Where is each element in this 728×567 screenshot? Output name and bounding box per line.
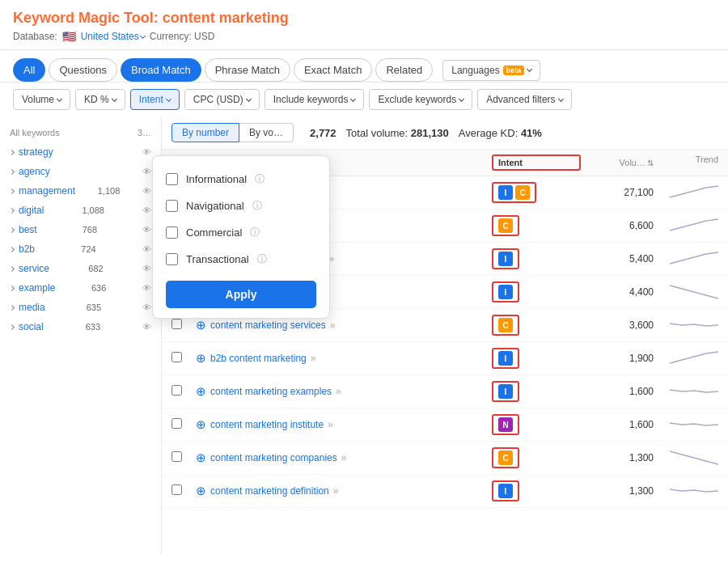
beta-badge: beta bbox=[503, 66, 525, 75]
trend-cell bbox=[654, 415, 718, 434]
view-by-number[interactable]: By number bbox=[171, 123, 239, 142]
keyword-cell[interactable]: ⊕content marketing services» bbox=[196, 318, 492, 332]
intent-cell: N bbox=[492, 414, 519, 435]
keyword-cell[interactable]: ⊕content marketing companies» bbox=[196, 451, 492, 465]
filter-intent[interactable]: Intent bbox=[130, 89, 180, 110]
page-title: Keyword Magic Tool: content marketing bbox=[13, 10, 715, 27]
filter-intent-chevron-icon bbox=[166, 95, 171, 101]
sidebar-item-strategy[interactable]: strategy 👁 bbox=[0, 142, 161, 162]
tab-all[interactable]: All bbox=[13, 58, 45, 82]
intent-option-informational[interactable]: Informational ⓘ bbox=[153, 166, 329, 193]
sidebar-label-media: media bbox=[19, 302, 45, 313]
navigational-checkbox[interactable] bbox=[166, 200, 178, 212]
intent-cell: IC bbox=[492, 182, 536, 203]
country-link[interactable]: United States bbox=[81, 31, 145, 42]
keyword-cell[interactable]: ⊕b2b content marketing» bbox=[196, 351, 492, 366]
row-checkbox[interactable] bbox=[171, 385, 182, 396]
commercial-label: Commercial bbox=[186, 226, 242, 239]
chevrons-icon: » bbox=[336, 386, 341, 397]
tab-phrase-match[interactable]: Phrase Match bbox=[205, 58, 290, 82]
intent-cell: C bbox=[492, 315, 519, 336]
col-intent-header: Intent bbox=[492, 154, 581, 171]
sidebar-item-agency[interactable]: agency 👁 bbox=[0, 162, 161, 181]
apply-button[interactable]: Apply bbox=[166, 281, 316, 308]
sidebar-item-example[interactable]: example 636 👁 bbox=[0, 278, 161, 298]
keyword-cell[interactable]: ⊕content marketing examples» bbox=[196, 384, 492, 399]
sidebar-arrow-icon bbox=[9, 188, 15, 193]
view-by-volume[interactable]: By vo… bbox=[239, 123, 294, 142]
filter-include[interactable]: Include keywords bbox=[265, 89, 365, 110]
filter-cpc[interactable]: CPC (USD) bbox=[184, 89, 260, 110]
tab-exact-match[interactable]: Exact Match bbox=[294, 58, 373, 82]
intent-option-navigational[interactable]: Navigational ⓘ bbox=[153, 193, 329, 219]
keyword-text: content marketing definition bbox=[210, 485, 329, 497]
sidebar-count-b2b: 724 bbox=[81, 244, 95, 254]
eye-icon: 👁 bbox=[142, 225, 151, 235]
intent-badge-c: C bbox=[498, 218, 513, 233]
tab-questions[interactable]: Questions bbox=[49, 58, 117, 82]
commercial-checkbox[interactable] bbox=[166, 226, 178, 239]
keyword-cell[interactable]: ⊕content marketing definition» bbox=[196, 484, 492, 498]
intent-cell: I bbox=[492, 248, 519, 269]
sidebar-count: 3… bbox=[138, 128, 151, 138]
filter-exclude[interactable]: Exclude keywords bbox=[369, 89, 472, 110]
filter-include-chevron-icon bbox=[350, 95, 356, 101]
intent-option-transactional[interactable]: Transactional ⓘ bbox=[153, 246, 329, 273]
informational-checkbox[interactable] bbox=[166, 173, 178, 185]
intent-cell: C bbox=[492, 447, 519, 468]
row-checkbox[interactable] bbox=[171, 484, 182, 495]
row-checkbox[interactable] bbox=[171, 319, 182, 329]
sidebar-arrow-icon bbox=[9, 265, 15, 271]
sidebar-item-management[interactable]: management 1,108 👁 bbox=[0, 181, 161, 201]
total-volume-label: Total volume: 281,130 bbox=[346, 127, 449, 139]
intent-badge-c: C bbox=[515, 185, 530, 200]
intent-badge-c: C bbox=[498, 318, 513, 332]
plus-circle-icon: ⊕ bbox=[196, 451, 206, 465]
sidebar-count-media: 635 bbox=[87, 303, 101, 312]
filter-advanced-label: Advanced filters bbox=[486, 94, 555, 105]
keyword-text: b2b content marketing bbox=[210, 353, 307, 364]
filter-volume[interactable]: Volume bbox=[13, 89, 70, 110]
languages-button[interactable]: Languages beta bbox=[442, 60, 540, 81]
informational-label: Informational bbox=[186, 173, 247, 185]
row-checkbox[interactable] bbox=[171, 352, 182, 362]
eye-icon: 👁 bbox=[142, 147, 151, 157]
volume-cell: 5,400 bbox=[581, 253, 654, 264]
chevrons-icon: » bbox=[333, 485, 339, 497]
col-trend-header: Trend bbox=[654, 154, 718, 171]
filters-row: Volume KD % Intent CPC (USD) Include key… bbox=[0, 83, 728, 116]
sidebar-label-management: management bbox=[19, 185, 75, 197]
sidebar-item-service[interactable]: service 682 👁 bbox=[0, 259, 161, 278]
subtitle-row: Database: 🇺🇸 United States Currency: USD bbox=[13, 30, 715, 43]
filter-intent-label: Intent bbox=[139, 94, 163, 105]
eye-icon: 👁 bbox=[142, 244, 151, 254]
sidebar-count-digital: 1,088 bbox=[82, 205, 104, 215]
volume-cell: 3,600 bbox=[581, 319, 654, 331]
sidebar-item-digital[interactable]: digital 1,088 👁 bbox=[0, 201, 161, 220]
intent-badge-i: I bbox=[498, 285, 513, 299]
plus-circle-icon: ⊕ bbox=[196, 484, 206, 498]
filter-advanced[interactable]: Advanced filters bbox=[477, 89, 571, 110]
chevrons-icon: » bbox=[330, 319, 336, 331]
sidebar-label-agency: agency bbox=[19, 166, 50, 177]
transactional-checkbox[interactable] bbox=[166, 253, 178, 265]
intent-option-commercial[interactable]: Commercial ⓘ bbox=[153, 219, 329, 246]
filter-kd[interactable]: KD % bbox=[75, 89, 125, 110]
tab-broad-match[interactable]: Broad Match bbox=[121, 58, 201, 82]
filter-cpc-chevron-icon bbox=[246, 95, 252, 101]
table-row: ⊕content marketing companies»C1,300 bbox=[162, 442, 728, 475]
page-header: Keyword Magic Tool: content marketing Da… bbox=[0, 0, 728, 50]
sidebar-arrow-icon bbox=[9, 304, 15, 310]
row-checkbox[interactable] bbox=[171, 418, 182, 429]
row-checkbox[interactable] bbox=[171, 451, 182, 462]
sidebar-item-best[interactable]: best 768 👁 bbox=[0, 220, 161, 239]
sidebar-item-b2b[interactable]: b2b 724 👁 bbox=[0, 239, 161, 259]
sidebar-item-media[interactable]: media 635 👁 bbox=[0, 298, 161, 317]
sidebar-arrow-icon bbox=[9, 168, 15, 174]
trend-cell bbox=[654, 216, 718, 235]
keyword-cell[interactable]: ⊕content marketing institute» bbox=[196, 417, 492, 432]
tab-related[interactable]: Related bbox=[375, 58, 433, 82]
sidebar-arrow-icon bbox=[9, 285, 15, 290]
sidebar-arrow-icon bbox=[9, 246, 15, 252]
sidebar-item-social[interactable]: social 633 👁 bbox=[0, 317, 161, 336]
